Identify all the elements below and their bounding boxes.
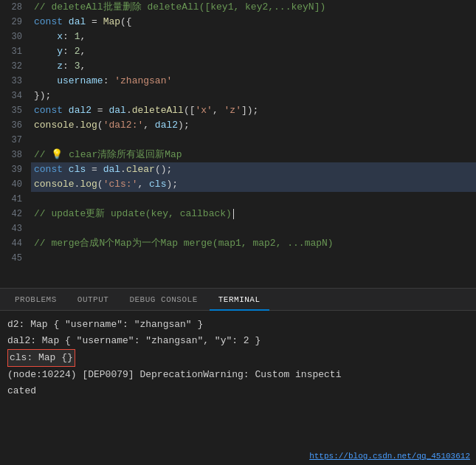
line-num-41: 41 — [0, 192, 31, 207]
line-content-35: const dal2 = dal.deleteAll(['x', 'z']); — [31, 103, 476, 118]
line-content-36: console.log('dal2:', dal2); — [31, 118, 476, 133]
code-line-39: 39 const cls = dal.clear(); — [0, 162, 476, 177]
terminal-cls-bordered: cls: Map {} — [7, 349, 75, 367]
line-content-29: const dal = Map({ — [31, 15, 476, 30]
line-content-31: y: 2, — [31, 44, 476, 59]
code-line-33: 33 username: 'zhangsan' — [0, 74, 476, 89]
line-content-39: const cls = dal.clear(); — [31, 162, 476, 177]
code-line-38: 38 // 💡 clear清除所有返回新Map — [0, 148, 476, 162]
line-num-36: 36 — [0, 118, 31, 133]
tab-debug-console[interactable]: DEBUG CONSOLE — [120, 289, 206, 311]
code-line-43: 43 — [0, 221, 476, 236]
code-line-30: 30 x: 1, — [0, 30, 476, 44]
code-line-36: 36 console.log('dal2:', dal2); — [0, 118, 476, 133]
line-content-43 — [31, 221, 476, 236]
code-line-28: 28 // deleteAll批量删除 deleteAll([key1, key… — [0, 0, 476, 15]
line-num-33: 33 — [0, 74, 31, 89]
line-num-37: 37 — [0, 133, 31, 148]
code-line-42: 42 // update更新 update(key, callback) — [0, 207, 476, 221]
code-line-34: 34 }); — [0, 89, 476, 103]
line-num-29: 29 — [0, 15, 31, 30]
terminal-cls-line-wrapper: cls: Map {} — [7, 349, 469, 367]
terminal-warning-line: (node:10224) [DEP0079] DeprecationWarnin… — [7, 367, 469, 383]
line-num-44: 44 — [0, 236, 31, 251]
terminal-panel: PROBLEMS OUTPUT DEBUG CONSOLE TERMINAL d… — [0, 289, 476, 465]
line-content-37 — [31, 133, 476, 148]
terminal-d2-line: d2: Map { "username": "zhangsan" } — [7, 317, 469, 333]
code-line-29: 29 const dal = Map({ — [0, 15, 476, 30]
line-content-33: username: 'zhangsan' — [31, 74, 476, 89]
code-line-35: 35 const dal2 = dal.deleteAll(['x', 'z']… — [0, 103, 476, 118]
line-num-42: 42 — [0, 207, 31, 221]
line-num-40: 40 — [0, 177, 31, 192]
terminal-output: d2: Map { "username": "zhangsan" } dal2:… — [0, 311, 476, 465]
line-content-28: // deleteAll批量删除 deleteAll([key1, key2,.… — [31, 0, 476, 15]
terminal-warning-text: (node:10224) [DEP0079] DeprecationWarnin… — [7, 367, 469, 383]
line-num-38: 38 — [0, 148, 31, 162]
line-num-35: 35 — [0, 103, 31, 118]
code-line-37: 37 — [0, 133, 476, 148]
line-num-43: 43 — [0, 221, 31, 236]
terminal-cated-line: cated — [7, 383, 469, 399]
line-content-32: z: 3, — [31, 59, 476, 74]
line-content-42: // update更新 update(key, callback) — [31, 207, 476, 221]
line-num-28: 28 — [0, 0, 31, 15]
app-container: 28 // deleteAll批量删除 deleteAll([key1, key… — [0, 0, 476, 465]
line-content-44: // merge合成N个Map为一个Map merge(map1, map2, … — [31, 236, 476, 251]
text-cursor — [233, 209, 235, 219]
tab-terminal[interactable]: TERMINAL — [210, 289, 269, 311]
line-num-45: 45 — [0, 251, 31, 266]
line-content-41 — [31, 192, 476, 207]
code-line-40: 40 console.log('cls:', cls); — [0, 177, 476, 192]
code-line-41: 41 — [0, 192, 476, 207]
code-lines: 28 // deleteAll批量删除 deleteAll([key1, key… — [0, 0, 476, 266]
terminal-dal2-text: dal2: Map { "username": "zhangsan", "y":… — [7, 333, 469, 349]
line-content-45 — [31, 251, 476, 266]
code-editor: 28 // deleteAll批量删除 deleteAll([key1, key… — [0, 0, 476, 288]
tab-output[interactable]: OUTPUT — [69, 289, 118, 311]
terminal-cated-text: cated — [7, 383, 469, 399]
terminal-dal2-line: dal2: Map { "username": "zhangsan", "y":… — [7, 333, 469, 349]
panel-tab-bar: PROBLEMS OUTPUT DEBUG CONSOLE TERMINAL — [0, 289, 476, 311]
line-content-40: console.log('cls:', cls); — [31, 177, 476, 192]
line-content-30: x: 1, — [31, 30, 476, 44]
code-line-45: 45 — [0, 251, 476, 266]
code-line-31: 31 y: 2, — [0, 44, 476, 59]
line-num-39: 39 — [0, 162, 31, 177]
tab-problems[interactable]: PROBLEMS — [6, 289, 66, 311]
watermark: https://blog.csdn.net/qq_45103612 — [309, 449, 470, 464]
line-content-38: // 💡 clear清除所有返回新Map — [31, 148, 476, 162]
line-num-32: 32 — [0, 59, 31, 74]
line-num-31: 31 — [0, 44, 31, 59]
line-content-34: }); — [31, 89, 476, 103]
terminal-d2-text: d2: Map { "username": "zhangsan" } — [7, 317, 469, 333]
line-num-34: 34 — [0, 89, 31, 103]
code-line-44: 44 // merge合成N个Map为一个Map merge(map1, map… — [0, 236, 476, 251]
code-line-32: 32 z: 3, — [0, 59, 476, 74]
terminal-cls-text: cls: Map {} — [10, 350, 73, 366]
line-num-30: 30 — [0, 30, 31, 44]
